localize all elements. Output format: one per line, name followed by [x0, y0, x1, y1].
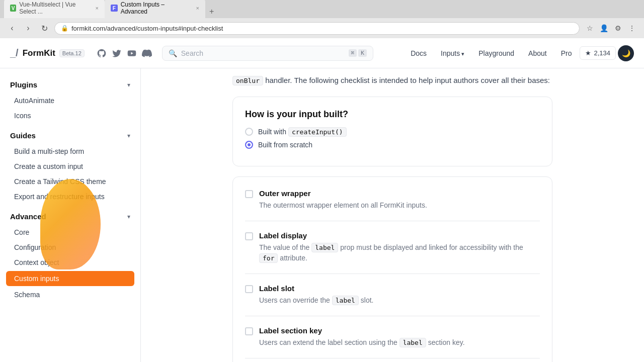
tab-label-1: Vue-Multiselect | Vue Select ...: [19, 1, 90, 15]
nav-docs[interactable]: Docs: [405, 46, 433, 60]
checkbox-label-slot[interactable]: [245, 285, 253, 293]
nav-playground[interactable]: Playground: [472, 46, 520, 60]
guides-chevron: ▾: [127, 132, 130, 139]
question-title: How is your input built?: [245, 109, 540, 120]
code-label-1: label: [311, 243, 338, 252]
radio-createinput[interactable]: Built with createInput(): [245, 128, 540, 136]
logo[interactable]: _/ FormKit Beta.12: [10, 47, 85, 59]
tab-close-2[interactable]: ×: [196, 5, 199, 11]
plugins-section-title: Plugins: [10, 80, 37, 89]
sidebar-item-configuration[interactable]: Configuration: [0, 240, 140, 255]
sidebar: Plugins ▾ AutoAnimate Icons Guides ▾ Bui…: [0, 68, 141, 362]
intro-text: onBlur handler. The following checklist …: [232, 68, 552, 86]
radio-scratch[interactable]: Built from scratch: [245, 141, 540, 149]
desc-outer-wrapper: The outermost wrapper element on all For…: [245, 200, 540, 211]
content-area: onBlur handler. The following checklist …: [141, 68, 644, 362]
intro-description: handler. The following checklist is inte…: [265, 76, 550, 84]
navbar: _/ FormKit Beta.12 🔍 Search ⌘ K Docs Inp…: [0, 38, 644, 68]
address-bar[interactable]: 🔒 formkit.com/advanced/custom-inputs#inp…: [54, 22, 580, 35]
checkbox-label-section-key[interactable]: [245, 327, 253, 335]
sidebar-item-multistep[interactable]: Build a multi-step form: [0, 144, 140, 159]
menu-icon[interactable]: ⋮: [626, 22, 638, 34]
sidebar-item-tailwind[interactable]: Create a Tailwind CSS theme: [0, 174, 140, 189]
desc-label-section-key: Users can extend the label section using…: [245, 337, 540, 348]
tab-1[interactable]: V Vue-Multiselect | Vue Select ... ×: [4, 0, 105, 18]
forward-button[interactable]: ›: [22, 22, 34, 34]
search-icon: 🔍: [169, 49, 177, 57]
new-tab-button[interactable]: +: [205, 5, 218, 18]
extensions-icon[interactable]: ⚙: [612, 22, 624, 34]
tab-close-1[interactable]: ×: [96, 5, 99, 11]
plugins-chevron: ▾: [127, 81, 130, 88]
sidebar-item-export[interactable]: Export and restructure inputs: [0, 189, 140, 204]
sidebar-item-custom-input[interactable]: Create a custom input: [0, 159, 140, 174]
youtube-icon[interactable]: [127, 48, 137, 58]
checklist-item-outer-wrapper: Outer wrapper The outermost wrapper elem…: [245, 189, 540, 211]
checklist-item-label-display: Label display The value of the label pro…: [245, 231, 540, 263]
reload-button[interactable]: ↻: [38, 22, 50, 34]
logo-badge: Beta.12: [59, 49, 85, 57]
social-links: [97, 48, 152, 58]
radio-circle-createinput: [245, 128, 253, 136]
label-label-slot: Label slot: [259, 284, 294, 293]
checkbox-label-display[interactable]: [245, 232, 253, 240]
main-area: Plugins ▾ AutoAnimate Icons Guides ▾ Bui…: [0, 68, 644, 362]
intro-code: onBlur: [232, 76, 263, 85]
logo-icon: _/: [10, 47, 19, 59]
sidebar-item-schema[interactable]: Schema: [0, 287, 140, 302]
sidebar-item-autoanimate[interactable]: AutoAnimate: [0, 93, 140, 108]
guides-section-title: Guides: [10, 131, 36, 140]
plugins-section-header[interactable]: Plugins ▾: [0, 76, 140, 93]
github-icon[interactable]: [97, 48, 107, 58]
address-text: formkit.com/advanced/custom-inputs#input…: [71, 25, 223, 32]
search-key2: K: [358, 49, 367, 57]
divider-4: [245, 358, 540, 358]
advanced-chevron: ▾: [127, 213, 130, 220]
dark-mode-toggle[interactable]: 🌙: [618, 45, 634, 61]
code-label-3: label: [399, 338, 426, 347]
lock-icon: 🔒: [61, 25, 68, 32]
checklist-row-label-display: Label display: [245, 231, 540, 240]
sidebar-section-advanced: Advanced ▾ Core Configuration Context ob…: [0, 208, 140, 302]
back-button[interactable]: ‹: [6, 22, 18, 34]
tab-favicon-1: V: [10, 5, 16, 12]
sidebar-item-icons[interactable]: Icons: [0, 108, 140, 123]
search-key1: ⌘: [349, 49, 357, 57]
label-label-section-key: Label section key: [259, 326, 322, 335]
nav-about[interactable]: About: [522, 46, 553, 60]
guides-section-header[interactable]: Guides ▾: [0, 127, 140, 144]
sidebar-item-context[interactable]: Context object: [0, 255, 140, 270]
advanced-section-title: Advanced: [10, 212, 46, 221]
divider-2: [245, 274, 540, 274]
github-star-button[interactable]: ★ 2,134: [580, 46, 616, 60]
twitter-icon[interactable]: [112, 48, 122, 58]
checkbox-outer-wrapper[interactable]: [245, 190, 253, 198]
nav-links: Docs Inputs Playground About Pro ★ 2,134…: [405, 45, 634, 61]
search-box[interactable]: 🔍 Search ⌘ K: [162, 46, 373, 61]
address-bar-row: ‹ › ↻ 🔒 formkit.com/advanced/custom-inpu…: [0, 18, 644, 38]
nav-pro[interactable]: Pro: [555, 46, 578, 60]
browser-tabs: V Vue-Multiselect | Vue Select ... × F C…: [0, 0, 644, 18]
profile-icon[interactable]: 👤: [598, 22, 610, 34]
sidebar-item-core[interactable]: Core: [0, 225, 140, 240]
content-inner: onBlur handler. The following checklist …: [216, 68, 569, 362]
star-icon: ★: [585, 49, 591, 57]
nav-inputs[interactable]: Inputs: [435, 46, 470, 60]
checklist-row-outer-wrapper: Outer wrapper: [245, 189, 540, 198]
browser-actions: ☆ 👤 ⚙ ⋮: [584, 22, 638, 34]
bookmark-icon[interactable]: ☆: [584, 22, 596, 34]
tab-2[interactable]: F Custom Inputs – Advanced ×: [105, 0, 205, 18]
discord-icon[interactable]: [142, 48, 152, 58]
sidebar-section-plugins: Plugins ▾ AutoAnimate Icons: [0, 76, 140, 123]
sidebar-item-custom-inputs[interactable]: Custom inputs: [6, 271, 134, 286]
label-outer-wrapper: Outer wrapper: [259, 189, 311, 198]
advanced-section-header[interactable]: Advanced ▾: [0, 208, 140, 225]
label-label-display: Label display: [259, 231, 307, 240]
question-card: How is your input built? Built with crea…: [232, 97, 552, 166]
checklist-item-label-slot: Label slot Users can override the label …: [245, 284, 540, 306]
radio-circle-scratch: [245, 141, 253, 149]
page: _/ FormKit Beta.12 🔍 Search ⌘ K Docs Inp…: [0, 38, 644, 362]
tab-label-2: Custom Inputs – Advanced: [121, 1, 191, 15]
logo-text: FormKit: [23, 48, 55, 58]
divider-1: [245, 221, 540, 221]
